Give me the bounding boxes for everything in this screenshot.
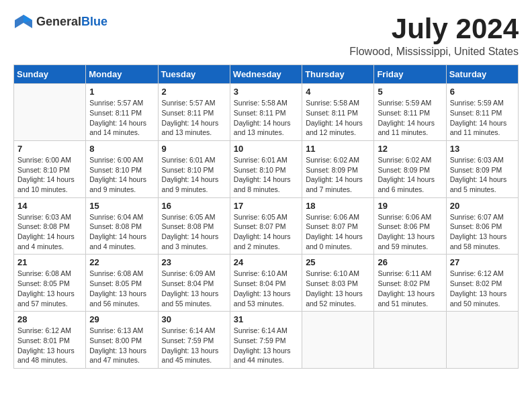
calendar-cell: 18Sunrise: 6:06 AMSunset: 8:07 PMDayligh… [302, 197, 374, 255]
day-number: 12 [378, 144, 442, 154]
calendar-cell: 19Sunrise: 6:06 AMSunset: 8:06 PMDayligh… [374, 197, 446, 255]
day-info: Sunrise: 6:12 AMSunset: 8:02 PMDaylight:… [450, 269, 515, 308]
day-number: 15 [89, 201, 154, 211]
day-info: Sunrise: 6:10 AMSunset: 8:03 PMDaylight:… [306, 269, 370, 308]
day-info: Sunrise: 6:01 AMSunset: 8:10 PMDaylight:… [162, 155, 226, 195]
day-number: 18 [306, 201, 370, 211]
day-number: 27 [450, 257, 515, 267]
calendar-cell: 9Sunrise: 6:01 AMSunset: 8:10 PMDaylight… [158, 140, 230, 197]
day-number: 16 [162, 201, 226, 211]
col-monday: Monday [86, 65, 158, 84]
day-info: Sunrise: 6:09 AMSunset: 8:04 PMDaylight:… [162, 269, 226, 308]
day-info: Sunrise: 6:10 AMSunset: 8:04 PMDaylight:… [234, 269, 298, 308]
day-info: Sunrise: 6:06 AMSunset: 8:06 PMDaylight:… [378, 212, 442, 252]
calendar-cell [374, 312, 446, 369]
calendar-cell: 16Sunrise: 6:05 AMSunset: 8:08 PMDayligh… [158, 197, 230, 255]
day-info: Sunrise: 6:05 AMSunset: 8:07 PMDaylight:… [234, 212, 298, 252]
day-info: Sunrise: 6:06 AMSunset: 8:07 PMDaylight:… [306, 212, 370, 252]
day-number: 30 [162, 314, 226, 324]
calendar-cell: 14Sunrise: 6:03 AMSunset: 8:08 PMDayligh… [14, 197, 86, 255]
logo: GeneralBlue [13, 13, 107, 30]
day-number: 23 [162, 257, 226, 267]
day-number: 13 [450, 144, 515, 154]
calendar-cell: 30Sunrise: 6:14 AMSunset: 7:59 PMDayligh… [158, 312, 230, 369]
logo-text-general: General [36, 15, 81, 28]
calendar-cell: 21Sunrise: 6:08 AMSunset: 8:05 PMDayligh… [14, 255, 86, 312]
col-tuesday: Tuesday [158, 65, 230, 84]
title-block: July 2024 Flowood, Mississippi, United S… [349, 13, 519, 58]
calendar-location: Flowood, Mississippi, United States [349, 46, 519, 58]
calendar-cell: 7Sunrise: 6:00 AMSunset: 8:10 PMDaylight… [14, 140, 86, 197]
day-info: Sunrise: 6:00 AMSunset: 8:10 PMDaylight:… [17, 155, 82, 195]
col-sunday: Sunday [14, 65, 86, 84]
day-info: Sunrise: 6:00 AMSunset: 8:10 PMDaylight:… [89, 155, 154, 195]
calendar-table: Sunday Monday Tuesday Wednesday Thursday… [13, 64, 519, 369]
day-info: Sunrise: 6:07 AMSunset: 8:06 PMDaylight:… [450, 212, 515, 252]
day-info: Sunrise: 6:05 AMSunset: 8:08 PMDaylight:… [162, 212, 226, 252]
day-number: 5 [378, 87, 442, 97]
calendar-cell: 26Sunrise: 6:11 AMSunset: 8:02 PMDayligh… [374, 255, 446, 312]
day-number: 1 [89, 87, 154, 97]
day-info: Sunrise: 6:13 AMSunset: 8:00 PMDaylight:… [89, 326, 154, 365]
calendar-cell: 2Sunrise: 5:57 AMSunset: 8:11 PMDaylight… [158, 84, 230, 141]
calendar-body: 1Sunrise: 5:57 AMSunset: 8:11 PMDaylight… [14, 84, 519, 369]
calendar-week-row: 1Sunrise: 5:57 AMSunset: 8:11 PMDaylight… [14, 84, 519, 141]
day-number: 31 [234, 314, 298, 324]
calendar-week-row: 21Sunrise: 6:08 AMSunset: 8:05 PMDayligh… [14, 255, 519, 312]
day-number: 25 [306, 257, 370, 267]
day-number: 22 [89, 257, 154, 267]
day-number: 3 [234, 87, 298, 97]
calendar-cell: 20Sunrise: 6:07 AMSunset: 8:06 PMDayligh… [446, 197, 518, 255]
calendar-cell: 17Sunrise: 6:05 AMSunset: 8:07 PMDayligh… [230, 197, 302, 255]
day-number: 11 [306, 144, 370, 154]
day-info: Sunrise: 5:57 AMSunset: 8:11 PMDaylight:… [162, 98, 226, 138]
day-info: Sunrise: 5:57 AMSunset: 8:11 PMDaylight:… [89, 98, 154, 138]
day-info: Sunrise: 5:59 AMSunset: 8:11 PMDaylight:… [378, 98, 442, 138]
day-info: Sunrise: 5:58 AMSunset: 8:11 PMDaylight:… [306, 98, 370, 138]
calendar-cell: 27Sunrise: 6:12 AMSunset: 8:02 PMDayligh… [446, 255, 518, 312]
day-number: 19 [378, 201, 442, 211]
calendar-cell: 3Sunrise: 5:58 AMSunset: 8:11 PMDaylight… [230, 84, 302, 141]
day-info: Sunrise: 6:03 AMSunset: 8:09 PMDaylight:… [450, 155, 515, 195]
col-thursday: Thursday [302, 65, 374, 84]
day-number: 7 [17, 144, 82, 154]
calendar-cell: 10Sunrise: 6:01 AMSunset: 8:10 PMDayligh… [230, 140, 302, 197]
calendar-cell [302, 312, 374, 369]
calendar-week-row: 7Sunrise: 6:00 AMSunset: 8:10 PMDaylight… [14, 140, 519, 197]
day-number: 17 [234, 201, 298, 211]
day-info: Sunrise: 6:02 AMSunset: 8:09 PMDaylight:… [306, 155, 370, 195]
day-number: 28 [17, 314, 82, 324]
calendar-title: July 2024 [349, 13, 519, 44]
calendar-cell: 23Sunrise: 6:09 AMSunset: 8:04 PMDayligh… [158, 255, 230, 312]
calendar-cell: 1Sunrise: 5:57 AMSunset: 8:11 PMDaylight… [86, 84, 158, 141]
day-info: Sunrise: 6:14 AMSunset: 7:59 PMDaylight:… [234, 326, 298, 365]
day-info: Sunrise: 6:14 AMSunset: 7:59 PMDaylight:… [162, 326, 226, 365]
col-wednesday: Wednesday [230, 65, 302, 84]
day-number: 4 [306, 87, 370, 97]
calendar-cell: 12Sunrise: 6:02 AMSunset: 8:09 PMDayligh… [374, 140, 446, 197]
calendar-cell: 4Sunrise: 5:58 AMSunset: 8:11 PMDaylight… [302, 84, 374, 141]
calendar-cell [446, 312, 518, 369]
day-number: 14 [17, 201, 82, 211]
calendar-cell: 8Sunrise: 6:00 AMSunset: 8:10 PMDaylight… [86, 140, 158, 197]
calendar-week-row: 14Sunrise: 6:03 AMSunset: 8:08 PMDayligh… [14, 197, 519, 255]
calendar-cell: 15Sunrise: 6:04 AMSunset: 8:08 PMDayligh… [86, 197, 158, 255]
col-friday: Friday [374, 65, 446, 84]
day-number: 26 [378, 257, 442, 267]
day-info: Sunrise: 6:11 AMSunset: 8:02 PMDaylight:… [378, 269, 442, 308]
day-number: 24 [234, 257, 298, 267]
day-number: 20 [450, 201, 515, 211]
day-number: 21 [17, 257, 82, 267]
header-row: Sunday Monday Tuesday Wednesday Thursday… [14, 65, 519, 84]
col-saturday: Saturday [446, 65, 518, 84]
logo-icon [13, 13, 34, 30]
day-info: Sunrise: 5:59 AMSunset: 8:11 PMDaylight:… [450, 98, 515, 138]
day-info: Sunrise: 6:08 AMSunset: 8:05 PMDaylight:… [17, 269, 82, 308]
day-info: Sunrise: 6:08 AMSunset: 8:05 PMDaylight:… [89, 269, 154, 308]
calendar-cell: 13Sunrise: 6:03 AMSunset: 8:09 PMDayligh… [446, 140, 518, 197]
calendar-cell: 24Sunrise: 6:10 AMSunset: 8:04 PMDayligh… [230, 255, 302, 312]
logo-text-blue: Blue [81, 15, 107, 28]
day-number: 10 [234, 144, 298, 154]
calendar-week-row: 28Sunrise: 6:12 AMSunset: 8:01 PMDayligh… [14, 312, 519, 369]
day-info: Sunrise: 6:01 AMSunset: 8:10 PMDaylight:… [234, 155, 298, 195]
